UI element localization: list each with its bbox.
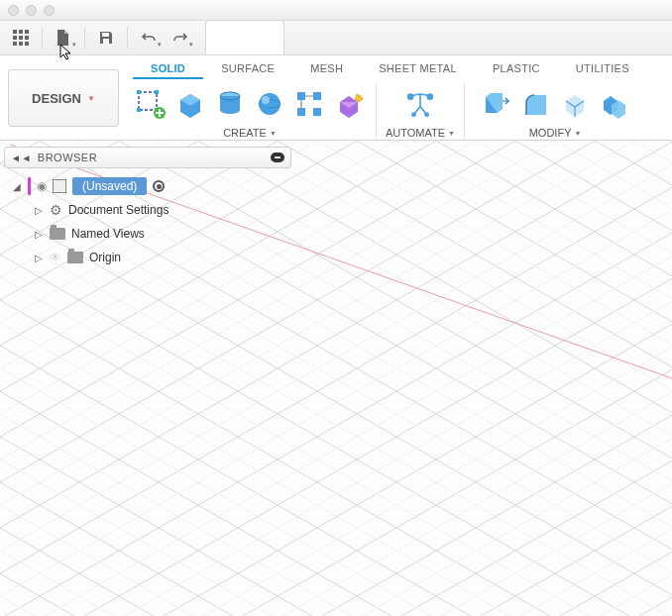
svg-rect-0 (13, 30, 17, 34)
document-tab[interactable] (205, 20, 284, 54)
svg-rect-7 (19, 42, 23, 46)
chevron-down-icon: ▼ (87, 94, 95, 103)
folder-icon (50, 228, 65, 240)
tab-sheetmetal[interactable]: SHEET METAL (361, 58, 475, 79)
activate-radio[interactable] (153, 180, 165, 192)
combine-button[interactable] (597, 86, 632, 122)
create-cylinder-button[interactable] (212, 86, 248, 122)
svg-rect-24 (297, 108, 305, 116)
tree-root-row[interactable]: ◢ ◉ (Unsaved) (4, 174, 291, 198)
tree-label: Origin (89, 251, 121, 264)
activate-marker-icon (28, 177, 31, 195)
tree-label: Named Views (71, 227, 145, 241)
tab-surface[interactable]: SURFACE (203, 58, 292, 79)
tab-plastic[interactable]: PLASTIC (475, 58, 558, 79)
browser-panel: ◄◄ BROWSER ◢ ◉ (Unsaved) ▷ ⚙ Document Se… (4, 147, 291, 269)
file-menu-button[interactable]: ▾ (49, 24, 78, 51)
create-sphere-button[interactable] (252, 86, 287, 122)
svg-rect-3 (13, 36, 17, 40)
tab-mesh[interactable]: MESH (292, 58, 361, 79)
component-icon (53, 179, 66, 193)
group-label-modify: MODIFY (529, 127, 572, 139)
tree-label: Document Settings (68, 203, 168, 217)
automate-button[interactable] (402, 86, 438, 122)
tree-row-document-settings[interactable]: ▷ ⚙ Document Settings (4, 198, 291, 222)
group-label-create: CREATE (223, 127, 267, 139)
create-box-button[interactable] (172, 86, 208, 122)
workspace-switcher-button[interactable]: DESIGN ▼ (8, 69, 119, 127)
create-sketch-button[interactable] (133, 86, 168, 122)
chevron-down-icon: ▼ (270, 130, 277, 137)
tab-solid[interactable]: SOLID (133, 58, 203, 79)
visibility-hidden-icon[interactable]: 👁 (50, 251, 61, 264)
undo-button[interactable]: ▾ (134, 24, 164, 51)
browser-header[interactable]: ◄◄ BROWSER (4, 147, 291, 168)
workspace-tabs: SOLID SURFACE MESH SHEET METAL PLASTIC U… (127, 55, 672, 79)
svg-point-21 (262, 96, 270, 104)
tree-row-named-views[interactable]: ▷ Named Views (4, 222, 291, 246)
window-titlebar (0, 0, 672, 21)
fillet-button[interactable] (517, 86, 553, 122)
svg-rect-13 (155, 90, 159, 94)
svg-rect-22 (297, 92, 305, 100)
tree-root-label: (Unsaved) (72, 177, 147, 195)
minimize-window-dot[interactable] (26, 5, 37, 16)
create-form-button[interactable] (331, 86, 367, 122)
svg-point-29 (424, 112, 429, 117)
caret-right-icon[interactable]: ▷ (34, 253, 44, 263)
ribbon-group-automate: AUTOMATE▼ (380, 79, 461, 139)
chevron-down-icon: ▼ (448, 130, 455, 137)
browser-title: BROWSER (38, 152, 97, 163)
svg-rect-2 (25, 30, 29, 34)
ribbon-group-create: CREATE▼ (127, 79, 373, 139)
svg-rect-14 (137, 108, 141, 112)
group-label-automate: AUTOMATE (386, 127, 445, 139)
svg-rect-4 (19, 36, 23, 40)
tab-utilities[interactable]: UTILITIES (558, 58, 647, 79)
press-pull-button[interactable] (478, 86, 513, 122)
caret-right-icon[interactable]: ▷ (34, 205, 44, 216)
svg-rect-10 (103, 39, 109, 44)
svg-rect-1 (19, 30, 23, 34)
svg-rect-23 (313, 92, 321, 100)
browser-tree: ◢ ◉ (Unsaved) ▷ ⚙ Document Settings ▷ Na… (4, 174, 291, 269)
create-pattern-button[interactable] (291, 86, 327, 122)
ribbon-group-modify: MODIFY▼ (472, 79, 638, 139)
caret-down-icon[interactable]: ◢ (12, 181, 22, 192)
collapse-icon[interactable]: ◄◄ (11, 153, 32, 163)
ribbon: DESIGN ▼ SOLID SURFACE MESH SHEET METAL … (0, 55, 672, 141)
folder-icon (67, 252, 83, 263)
chevron-down-icon: ▼ (574, 130, 581, 137)
svg-point-19 (259, 93, 280, 115)
svg-rect-6 (13, 42, 17, 46)
data-panel-button[interactable] (6, 24, 36, 51)
caret-right-icon[interactable]: ▷ (34, 229, 44, 240)
gear-icon: ⚙ (50, 202, 62, 218)
tree-row-origin[interactable]: ▷ 👁 Origin (4, 246, 291, 269)
browser-options-button[interactable] (271, 153, 284, 162)
svg-rect-12 (137, 90, 141, 94)
svg-rect-11 (139, 92, 157, 110)
workspace-label: DESIGN (32, 91, 81, 106)
save-button[interactable] (91, 24, 121, 51)
visibility-icon[interactable]: ◉ (37, 179, 47, 193)
redo-button[interactable]: ▾ (166, 24, 195, 51)
zoom-window-dot[interactable] (44, 5, 55, 16)
svg-rect-25 (313, 108, 321, 116)
svg-rect-9 (102, 33, 109, 37)
svg-rect-8 (25, 42, 29, 46)
quick-access-toolbar: ▾ ▾ ▾ (0, 21, 672, 55)
svg-rect-5 (25, 36, 29, 40)
close-window-dot[interactable] (8, 5, 19, 16)
shell-button[interactable] (557, 86, 593, 122)
svg-point-28 (411, 112, 416, 117)
